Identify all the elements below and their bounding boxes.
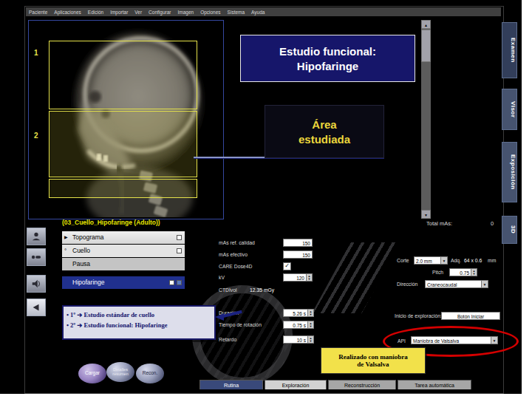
rotation-field[interactable]: 0.75 s ▲ ▼ — [283, 321, 314, 329]
direction-dropdown[interactable]: Craneocaudal ▼ — [425, 280, 488, 288]
step-cuello-label: Cuello — [72, 247, 90, 254]
scan-start-value[interactable]: Botón Iniciar — [441, 312, 500, 320]
study-order-line2: • 2º ➔ Estudio funcional: Hipofaringe — [66, 321, 211, 329]
valsalva-note-line1: Realizado con maniobra — [321, 353, 425, 361]
rotation-value[interactable]: 0.75 s — [283, 321, 308, 329]
scan-range-box-1[interactable] — [49, 41, 197, 109]
active-step-marker-icon: ▶ — [64, 231, 68, 244]
menu-item-sistema[interactable]: Sistema — [228, 10, 245, 15]
scan-range-box-3[interactable] — [49, 179, 197, 198]
slice-dropdown[interactable]: 2.0 mm ▼ — [414, 256, 448, 265]
menu-item-ver[interactable]: Ver — [134, 10, 142, 15]
total-mas-label: Total mAs: — [426, 220, 452, 227]
menu-item-opciones[interactable]: Opciones — [200, 10, 220, 15]
protocol-name: (03_Cuello_Hipofaringe (Adulto)) — [62, 219, 160, 226]
pitch-value[interactable]: 0.75 — [449, 268, 471, 276]
mas-ref-value[interactable]: 150 — [283, 239, 313, 247]
acq-value: 64 x 0.6 — [464, 258, 482, 263]
scout-image-viewport[interactable]: 1 2 — [28, 20, 224, 219]
direction-value[interactable]: Craneocaudal — [425, 280, 482, 288]
kv-field[interactable]: 120 ▲ ▼ — [283, 273, 313, 282]
checkmark-icon: ✓ — [284, 262, 290, 269]
care-dose-checkbox[interactable]: ✓ — [283, 262, 291, 270]
menu-item-ayuda[interactable]: Ayuda — [251, 10, 265, 15]
callout-studied-area: Área estudiada — [265, 105, 384, 158]
kv-spinner[interactable]: ▲ ▼ — [307, 273, 313, 282]
rotation-spinner[interactable]: ▲ ▼ — [308, 321, 314, 329]
duration-value[interactable]: 5.26 s — [283, 309, 308, 317]
acq-unit: mm — [488, 258, 496, 263]
detalles-button[interactable]: Detalles resumen — [106, 362, 134, 382]
mas-eff-value[interactable]: 150 — [283, 250, 313, 259]
patient-orientation-button[interactable] — [27, 248, 46, 266]
step-topograma-checkbox[interactable] — [177, 235, 182, 240]
duration-field[interactable]: 5.26 s ▲ ▼ — [283, 309, 314, 317]
dropdown-arrow-icon[interactable]: ▼ — [441, 256, 448, 265]
detalles-button-label: Detalles resumen — [106, 368, 134, 377]
scroll-up-icon[interactable]: ▲ — [421, 20, 431, 29]
slice-label: Corte — [397, 258, 409, 263]
tab-exploracion[interactable]: Exploración — [265, 380, 327, 389]
menu-item-edicion[interactable]: Edición — [88, 10, 103, 15]
step-pausa-label: Pausa — [72, 260, 90, 267]
step-hipofaringe-checkbox[interactable] — [169, 280, 174, 285]
kv-label: kV — [219, 275, 225, 280]
care-dose-label: CARE Dose4D — [219, 264, 252, 269]
tab-examen[interactable]: Examen — [502, 22, 517, 78]
scan-range-box-2[interactable] — [49, 111, 197, 177]
audio-instruction-button[interactable] — [27, 275, 46, 293]
delay-value[interactable]: 10 s — [283, 335, 308, 344]
cargar-button[interactable]: Cargar — [78, 364, 106, 383]
spin-down-icon[interactable]: ▼ — [310, 325, 313, 328]
kv-value[interactable]: 120 — [283, 273, 307, 282]
duration-spinner[interactable]: ▲ ▼ — [308, 309, 314, 317]
step-cuello[interactable]: ° Cuello — [62, 245, 185, 257]
step-topograma-label: Topograma — [72, 233, 104, 241]
menu-item-imagen[interactable]: Imagen — [177, 10, 194, 15]
menu-item-importar[interactable]: Importar — [110, 10, 128, 15]
tab-exposicion[interactable]: Exposición — [502, 142, 517, 202]
menu-item-paciente[interactable]: Paciente — [29, 10, 47, 15]
scrollbar-thumb[interactable] — [421, 30, 431, 62]
delay-spinner[interactable]: ▲ ▼ — [308, 335, 314, 344]
spin-down-icon[interactable]: ▼ — [310, 340, 313, 343]
patient-position-button[interactable] — [27, 228, 46, 245]
scan-start-field[interactable]: Botón Iniciar — [441, 312, 500, 320]
mas-ref-field[interactable]: 150 — [283, 239, 313, 247]
console-screenshot: Paciente Aplicaciones Edición Importar V… — [0, 0, 522, 394]
image-area-scrollbar[interactable]: ▲ ▼ — [421, 20, 431, 219]
scroll-down-icon[interactable]: ▼ — [421, 210, 431, 219]
step-pausa[interactable]: Pausa — [62, 258, 185, 270]
menu-item-configurar[interactable]: Configurar — [149, 10, 171, 15]
spin-down-icon[interactable]: ▼ — [473, 273, 476, 276]
callout-area-line2: estudiada — [265, 133, 383, 146]
mas-ref-label: mAs ref. calidad — [219, 240, 255, 245]
spin-down-icon[interactable]: ▼ — [308, 278, 311, 281]
repeat-marker-icon: ° — [64, 245, 66, 257]
tab-reconstruccion[interactable]: Reconstrucción — [328, 380, 396, 389]
callout-functional-study: Estudio funcional: Hipofaringe — [240, 35, 415, 82]
menu-item-aplicaciones[interactable]: Aplicaciones — [54, 10, 81, 15]
acq-label: Adq. — [451, 258, 461, 263]
delay-label: Retardo — [219, 337, 236, 342]
selection-tool-button[interactable] — [27, 299, 46, 316]
tab-visor[interactable]: Visor — [502, 89, 517, 130]
step-hipofaringe[interactable]: Hipofaringe — [62, 276, 185, 289]
step-hipofaringe-recon-box[interactable] — [177, 280, 182, 285]
tab-rutina[interactable]: Rutina — [200, 380, 263, 389]
tab-3d[interactable]: 3D — [502, 216, 517, 244]
pitch-field[interactable]: 0.75 ▲ ▼ — [449, 268, 477, 276]
dropdown-arrow-icon[interactable]: ▼ — [482, 280, 488, 288]
range-number-1: 1 — [34, 49, 38, 57]
speaker-icon — [31, 279, 41, 289]
recon-button[interactable]: Recon. — [136, 364, 164, 383]
mas-eff-field[interactable]: 150 — [283, 250, 313, 259]
spin-down-icon[interactable]: ▼ — [310, 313, 313, 316]
step-topograma[interactable]: ▶ Topograma — [62, 231, 185, 244]
step-cuello-checkbox[interactable] — [177, 248, 182, 253]
pitch-spinner[interactable]: ▲ ▼ — [471, 268, 477, 276]
delay-field[interactable]: 10 s ▲ ▼ — [283, 335, 314, 344]
tab-tarea-automatica[interactable]: Tarea automática — [398, 380, 471, 389]
slice-value[interactable]: 2.0 mm — [414, 256, 441, 265]
ctdi-value: 12.35 mGy — [250, 287, 274, 293]
